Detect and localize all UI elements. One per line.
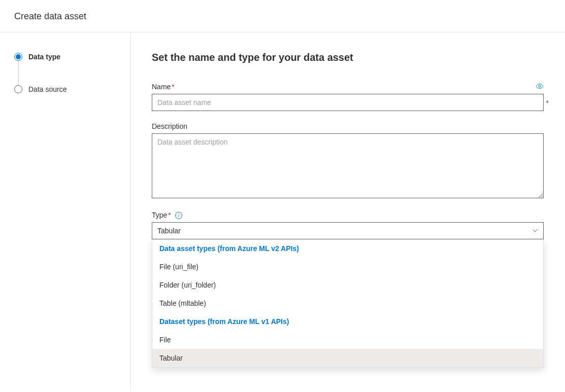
step-label: Data source: [28, 85, 67, 93]
eye-icon[interactable]: [536, 83, 544, 91]
name-input[interactable]: [152, 94, 544, 111]
dropdown-option-file[interactable]: File: [152, 331, 543, 349]
type-label: Type: [152, 211, 167, 219]
description-input[interactable]: [152, 133, 544, 198]
step-connector: [18, 61, 19, 85]
type-select[interactable]: Tabular: [152, 222, 544, 239]
form-group-description: Description: [152, 122, 544, 200]
page-header: Create data asset: [0, 0, 565, 32]
type-select-wrapper: Tabular Data asset types (from Azure ML …: [152, 222, 544, 239]
required-asterisk: *: [546, 99, 549, 107]
main-panel: Set the name and type for your data asse…: [130, 32, 565, 390]
label-container: Type* i: [152, 211, 182, 219]
main-title: Set the name and type for your data asse…: [152, 52, 544, 63]
dropdown-option-folder-uri[interactable]: Folder (uri_folder): [152, 276, 543, 294]
step-label: Data type: [28, 53, 60, 61]
svg-point-0: [539, 85, 541, 87]
dropdown-option-file-uri[interactable]: File (uri_file): [152, 258, 543, 276]
form-group-type: Type* i Tabular Data asset types (from A…: [152, 211, 544, 239]
type-dropdown-panel: Data asset types (from Azure ML v2 APIs)…: [152, 239, 544, 368]
required-asterisk: *: [168, 211, 171, 219]
form-group-name: Name* *: [152, 83, 544, 111]
radio-selected-icon: [14, 53, 22, 61]
page-title: Create data asset: [14, 11, 551, 22]
info-icon[interactable]: i: [175, 212, 182, 219]
dropdown-option-tabular[interactable]: Tabular: [152, 349, 543, 367]
label-container: Name*: [152, 83, 175, 91]
dropdown-group-header-v1: Dataset types (from Azure ML v1 APIs): [152, 312, 543, 331]
radio-unselected-icon: [14, 85, 22, 93]
required-asterisk: *: [172, 83, 174, 91]
step-list: Data type Data source: [14, 53, 116, 93]
dropdown-group-header-v2: Data asset types (from Azure ML v2 APIs): [152, 239, 543, 258]
label-row: Type* i: [152, 211, 544, 219]
name-label: Name: [152, 83, 171, 91]
content-wrapper: Data type Data source Set the name and t…: [0, 32, 565, 390]
chevron-down-icon: [532, 228, 538, 234]
wizard-sidebar: Data type Data source: [0, 32, 130, 390]
dropdown-option-table-mltable[interactable]: Table (mltable): [152, 294, 543, 312]
step-data-source[interactable]: Data source: [14, 85, 116, 93]
description-label: Description: [152, 122, 187, 130]
label-row: Description: [152, 122, 544, 130]
type-selected-value: Tabular: [157, 227, 181, 235]
step-data-type[interactable]: Data type: [14, 53, 116, 61]
label-row: Name*: [152, 83, 544, 91]
